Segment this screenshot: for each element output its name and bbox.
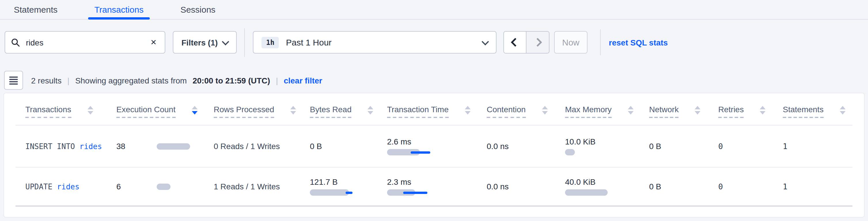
execution-count-value: 6 [116,182,121,191]
bytes-read-bar [310,189,349,196]
chevron-right-icon [533,38,542,46]
column-header-transactions[interactable]: Transactions [25,105,116,118]
chevron-down-icon [482,38,489,45]
clear-search-icon[interactable]: ✕ [148,37,159,48]
column-header-label: Contention [487,105,526,118]
sort-arrows-icon [628,105,633,114]
divider [244,28,245,57]
sort-arrows-icon [760,105,766,114]
bytes-read-stddev-line [346,191,352,194]
time-range-label: Past 1 Hour [286,37,476,47]
execution-count-bar [157,183,170,190]
max-memory-cell: 10.0 KiB [565,137,649,155]
column-header-retries[interactable]: Retries [718,105,783,118]
filters-button[interactable]: Filters (1) [173,31,237,54]
filter-controls: ✕ Filters (1) 1h Past 1 Hour Now reset S… [5,31,668,54]
execution-count-value: 38 [116,141,125,151]
bytes-read-cell: 121.7 B [310,177,387,196]
tab-transactions[interactable]: Transactions [88,0,151,19]
transaction-link[interactable]: rides [57,182,80,191]
transaction-time-cell: 2.3 ms [387,177,487,196]
column-header-label: Bytes Read [310,105,352,118]
column-header-label: Transactions [25,105,71,118]
tab-sessions[interactable]: Sessions [174,0,222,19]
sql-keyword: INSERT INTO [25,142,80,151]
rows-processed-value: 0 Reads / 1 Writes [214,141,310,151]
column-header-statements[interactable]: Statements [783,105,852,118]
execution-count-bar [157,143,190,149]
separator: | [276,76,278,85]
bytes-read-value: 0 B [310,141,387,151]
sort-arrows-icon [368,105,374,114]
column-header-label: Network [649,105,679,118]
sort-arrows-icon [290,105,296,114]
network-value: 0 B [649,141,718,151]
network-value: 0 B [649,182,718,191]
next-time-button[interactable] [526,32,549,53]
sort-arrows-icon [840,105,845,114]
max-memory-bar [565,149,575,155]
column-header-rows-processed[interactable]: Rows Processed [214,105,310,118]
execution-count-cell: 38 [116,141,214,151]
sort-arrows-icon [465,105,471,114]
sort-arrows-icon [191,105,197,114]
retries-value: 0 [718,182,783,191]
column-header-label: Retries [718,105,744,118]
separator: | [67,76,69,85]
max-memory-bar [565,189,608,196]
showing-stats-text: Showing aggregated stats from [75,76,187,85]
clear-filter-link[interactable]: clear filter [284,76,322,85]
table-header-row: Transactions Execution Count Rows Proces… [16,93,852,125]
sort-arrows-icon [695,105,701,114]
max-memory-value: 10.0 KiB [565,137,649,146]
transaction-time-stddev-line [403,191,427,194]
tab-statements[interactable]: Statements [7,0,64,19]
column-header-label: Rows Processed [214,105,274,118]
max-memory-value: 40.0 KiB [565,177,649,187]
column-header-transaction-time[interactable]: Transaction Time [387,105,487,118]
filters-button-label: Filters (1) [181,38,218,47]
retries-value: 0 [718,141,783,151]
column-header-execution-count[interactable]: Execution Count [116,105,214,118]
search-box[interactable]: ✕ [5,31,165,54]
bytes-read-value: 121.7 B [310,177,387,187]
column-header-label: Execution Count [116,105,175,118]
results-count: 2 results [31,76,62,85]
search-input[interactable] [25,37,148,48]
time-range-badge: 1h [261,36,279,48]
rows-processed-value: 1 Reads / 1 Writes [214,182,310,191]
chevron-down-icon [222,38,229,45]
sort-arrows-icon [542,105,548,114]
sql-activity-page: Statements Transactions Sessions ✕ Filte… [0,0,868,221]
execution-count-cell: 6 [116,182,214,191]
reset-sql-stats-link[interactable]: reset SQL stats [609,38,668,47]
results-bar: 2 results | Showing aggregated stats fro… [4,71,322,90]
column-header-label: Statements [783,105,824,118]
transaction-statement: UPDATE rides [25,182,116,191]
transaction-time-stddev-line [411,151,430,153]
time-nav-group [503,31,550,54]
column-header-bytes-read[interactable]: Bytes Read [310,105,387,118]
chevron-left-icon [510,38,519,46]
column-header-network[interactable]: Network [649,105,718,118]
bytes-read-cell: 0 B [310,141,387,151]
statements-count-value: 1 [783,182,852,191]
prev-time-button[interactable] [504,32,526,53]
transaction-time-value: 2.6 ms [387,137,487,146]
table-row: INSERT INTO rides 38 0 Reads / 1 Writes … [16,125,852,167]
max-memory-cell: 40.0 KiB [565,177,649,196]
now-button[interactable]: Now [554,31,588,54]
column-header-max-memory[interactable]: Max Memory [565,105,649,118]
transaction-time-cell: 2.6 ms [387,137,487,155]
column-header-label: Max Memory [565,105,612,118]
transaction-statement: INSERT INTO rides [25,142,116,151]
tab-bar: Statements Transactions Sessions [0,0,868,20]
results-summary: 2 results | Showing aggregated stats fro… [31,76,322,85]
column-selector-button[interactable] [4,71,23,90]
time-range-picker[interactable]: 1h Past 1 Hour [253,31,496,54]
column-header-contention[interactable]: Contention [487,105,565,118]
transactions-table-panel: Transactions Execution Count Rows Proces… [3,93,865,218]
transaction-link[interactable]: rides [80,142,102,151]
menu-lines-icon [9,76,18,77]
transaction-time-value: 2.3 ms [387,177,487,187]
